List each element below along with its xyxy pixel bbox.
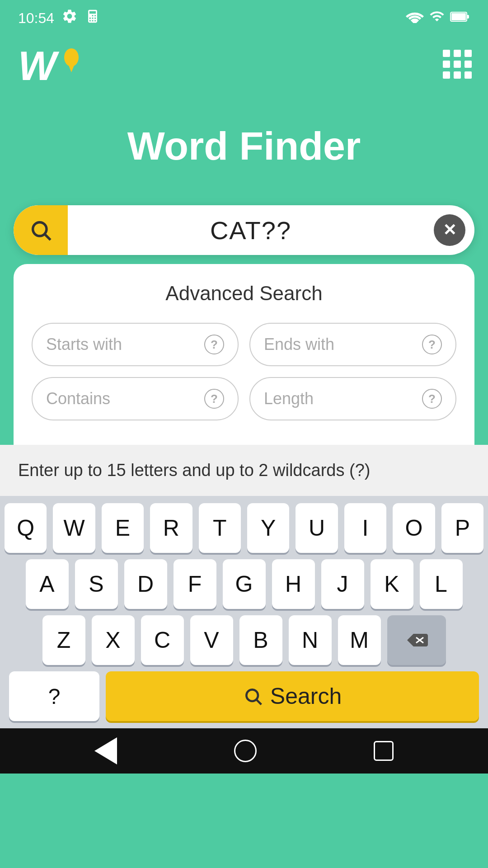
- keyboard: Q W E R T Y U I O P A S D F G H J K L Z …: [0, 496, 488, 728]
- svg-point-6: [33, 222, 47, 236]
- settings-icon: [61, 8, 78, 28]
- status-right: [406, 9, 470, 28]
- search-query-display[interactable]: CAT??: [68, 216, 434, 245]
- advanced-search-panel: Advanced Search Starts with ? Ends with …: [14, 264, 474, 445]
- backspace-icon: [405, 632, 428, 648]
- svg-marker-5: [68, 63, 75, 72]
- svg-line-7: [45, 235, 51, 240]
- key-i[interactable]: I: [344, 503, 386, 553]
- key-k[interactable]: K: [371, 559, 413, 609]
- key-o[interactable]: O: [393, 503, 435, 553]
- recents-button[interactable]: [374, 741, 394, 761]
- key-m[interactable]: M: [338, 615, 381, 665]
- time-display: 10:54: [18, 10, 54, 27]
- status-bar: 10:54: [0, 0, 488, 33]
- length-help-icon[interactable]: ?: [422, 389, 442, 409]
- key-v[interactable]: V: [190, 615, 233, 665]
- key-s[interactable]: S: [75, 559, 118, 609]
- svg-rect-1: [451, 13, 466, 20]
- signal-icon: [429, 9, 445, 28]
- nav-bar: [0, 728, 488, 774]
- svg-text:W: W: [18, 43, 60, 87]
- search-bar[interactable]: CAT?? ✕: [14, 205, 474, 255]
- ends-with-input[interactable]: Ends with ?: [249, 323, 456, 366]
- close-icon: ✕: [443, 222, 456, 238]
- key-w[interactable]: W: [53, 503, 95, 553]
- key-x[interactable]: X: [92, 615, 135, 665]
- key-g[interactable]: G: [223, 559, 266, 609]
- key-a[interactable]: A: [26, 559, 69, 609]
- status-left: 10:54: [18, 8, 100, 28]
- key-f[interactable]: F: [174, 559, 216, 609]
- clear-button[interactable]: ✕: [434, 214, 465, 246]
- key-j[interactable]: J: [321, 559, 364, 609]
- contains-help-icon[interactable]: ?: [204, 389, 224, 409]
- contains-label: Contains: [46, 389, 110, 408]
- key-question[interactable]: ?: [9, 671, 99, 721]
- contains-input[interactable]: Contains ?: [32, 377, 239, 420]
- page-title: Word Finder: [18, 123, 470, 169]
- key-n[interactable]: N: [289, 615, 332, 665]
- recents-square-icon: [374, 741, 394, 761]
- search-button[interactable]: Search: [106, 671, 479, 721]
- keyboard-bottom-row: ? Search: [5, 671, 483, 721]
- key-h[interactable]: H: [272, 559, 315, 609]
- home-button[interactable]: [234, 740, 257, 762]
- key-q[interactable]: Q: [5, 503, 47, 553]
- logo: W: [18, 42, 81, 87]
- key-u[interactable]: U: [296, 503, 338, 553]
- ends-with-label: Ends with: [264, 335, 334, 354]
- key-e[interactable]: E: [102, 503, 144, 553]
- key-l[interactable]: L: [420, 559, 463, 609]
- filter-row-1: Starts with ? Ends with ?: [32, 323, 456, 366]
- search-button-label: Search: [270, 683, 342, 709]
- keyboard-row-3: Z X C V B N M: [5, 615, 483, 665]
- hint-text: Enter up to 15 letters and up to 2 wildc…: [0, 445, 488, 496]
- advanced-search-title: Advanced Search: [32, 282, 456, 305]
- home-circle-icon: [234, 740, 257, 762]
- starts-with-help-icon[interactable]: ?: [204, 335, 224, 354]
- ends-with-help-icon[interactable]: ?: [422, 335, 442, 354]
- svg-point-10: [246, 690, 258, 702]
- key-r[interactable]: R: [150, 503, 192, 553]
- key-y[interactable]: Y: [247, 503, 289, 553]
- starts-with-label: Starts with: [46, 335, 122, 354]
- svg-line-11: [257, 700, 261, 704]
- top-bar: W: [0, 33, 488, 96]
- svg-rect-2: [467, 15, 469, 19]
- key-c[interactable]: C: [141, 615, 184, 665]
- search-icon-button[interactable]: [14, 205, 68, 255]
- filter-row-2: Contains ? Length ?: [32, 377, 456, 420]
- back-arrow-icon: [94, 737, 117, 764]
- search-icon: [29, 218, 52, 242]
- key-delete[interactable]: [387, 615, 446, 665]
- keyboard-row-2: A S D F G H J K L: [5, 559, 483, 609]
- key-t[interactable]: T: [199, 503, 241, 553]
- sim-icon: [85, 9, 100, 28]
- key-d[interactable]: D: [124, 559, 167, 609]
- starts-with-input[interactable]: Starts with ?: [32, 323, 239, 366]
- logo-svg: W: [18, 42, 81, 87]
- key-b[interactable]: B: [239, 615, 282, 665]
- key-z[interactable]: Z: [42, 615, 85, 665]
- key-p[interactable]: P: [441, 503, 483, 553]
- length-input[interactable]: Length ?: [249, 377, 456, 420]
- length-label: Length: [264, 389, 314, 408]
- wifi-icon: [406, 9, 424, 27]
- battery-icon-status: [450, 10, 470, 27]
- back-button[interactable]: [94, 737, 117, 764]
- search-keyboard-icon: [243, 686, 263, 706]
- keyboard-row-1: Q W E R T Y U I O P: [5, 503, 483, 553]
- grid-menu-icon[interactable]: [443, 50, 470, 79]
